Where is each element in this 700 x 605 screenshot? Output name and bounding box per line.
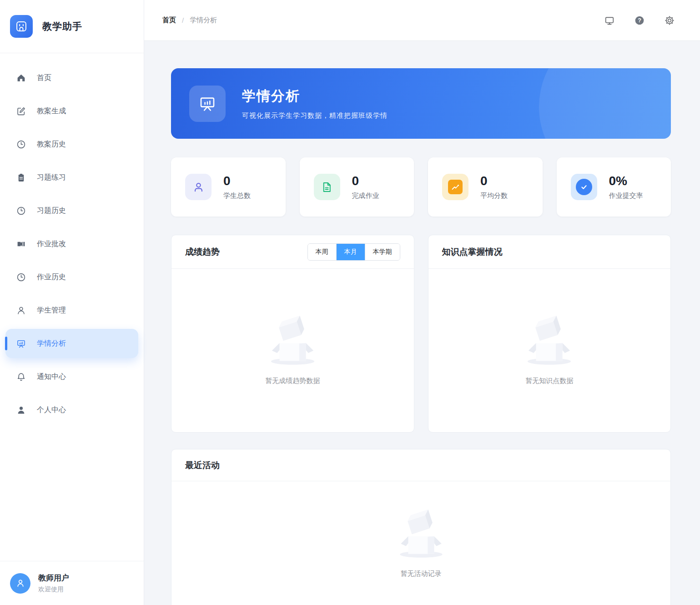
stat-value: 0 — [352, 174, 379, 188]
tab-this-semester[interactable]: 本学期 — [365, 244, 400, 260]
trend-icon — [442, 174, 468, 200]
stat-card-homework-done: 0 完成作业 — [300, 157, 414, 217]
sidebar-item-label: 个人中心 — [37, 405, 66, 415]
presentation-icon — [198, 95, 217, 113]
main-area: 首页 / 学情分析 ? — [144, 0, 700, 605]
clipboard-icon — [16, 173, 26, 182]
sidebar-item-personal-center[interactable]: 个人中心 — [5, 395, 138, 424]
recent-activity-header: 最近活动 — [171, 449, 670, 481]
sidebar-item-label: 作业历史 — [37, 272, 66, 282]
panel-title: 最近活动 — [185, 459, 220, 471]
sidebar: 教学助手 首页 教案生成 教案历史 — [0, 0, 144, 605]
edit-icon — [16, 106, 26, 116]
sidebar-item-exercise-practice[interactable]: 习题练习 — [5, 163, 138, 192]
settings-icon[interactable] — [665, 15, 675, 25]
panel-title: 成绩趋势 — [185, 246, 220, 258]
clock-icon — [16, 206, 26, 216]
sidebar-item-label: 教案历史 — [37, 140, 66, 149]
student-icon — [185, 174, 212, 200]
monitor-icon[interactable] — [604, 15, 614, 25]
svg-text:?: ? — [638, 17, 641, 24]
sidebar-item-homework-history[interactable]: 作业历史 — [5, 262, 138, 292]
sidebar-item-label: 首页 — [37, 73, 51, 83]
stat-card-average-score: 0 平均分数 — [428, 157, 543, 217]
banner-decoration-circle — [539, 68, 671, 139]
breadcrumb-current: 学情分析 — [190, 16, 217, 25]
school-building-icon — [15, 20, 28, 33]
user-name: 教师用户 — [38, 573, 69, 583]
empty-text: 暂无成绩趋势数据 — [265, 377, 320, 385]
sidebar-nav: 首页 教案生成 教案历史 — [0, 53, 144, 561]
knowledge-panel: 知识点掌握情况 暂无知识点数据 — [428, 235, 671, 433]
page-subtitle: 可视化展示学生学习数据，精准把握班级学情 — [242, 111, 388, 120]
grading-icon — [16, 239, 26, 249]
stat-value: 0 — [480, 174, 508, 188]
banner-text: 学情分析 可视化展示学生学习数据，精准把握班级学情 — [242, 87, 388, 120]
knowledge-header: 知识点掌握情况 — [428, 235, 671, 269]
activity-empty-state: 暂无活动记录 — [171, 481, 670, 605]
empty-box-illustration — [393, 509, 449, 560]
stat-card-submit-rate: 0% 作业提交率 — [557, 157, 671, 217]
sidebar-item-label: 学生管理 — [37, 306, 66, 315]
empty-text: 暂无活动记录 — [401, 570, 442, 578]
sidebar-user-card[interactable]: 教师用户 欢迎使用 — [0, 561, 144, 605]
app-title: 教学助手 — [42, 20, 82, 33]
score-trend-empty-state: 暂无成绩趋势数据 — [171, 269, 414, 432]
panel-title: 知识点掌握情况 — [442, 246, 503, 258]
app-logo-row: 教学助手 — [0, 0, 144, 53]
user-icon — [16, 306, 26, 315]
presentation-icon — [16, 339, 26, 348]
trend-range-tabs: 本周 本月 本学期 — [307, 243, 400, 261]
score-trend-header: 成绩趋势 本周 本月 本学期 — [171, 235, 414, 269]
sidebar-item-notification-center[interactable]: 通知中心 — [5, 362, 138, 391]
stat-label: 学生总数 — [223, 192, 251, 200]
bell-icon — [16, 372, 26, 382]
page-title: 学情分析 — [242, 87, 388, 106]
stat-value: 0% — [609, 174, 643, 188]
sidebar-item-lesson-history[interactable]: 教案历史 — [5, 130, 138, 159]
page-content: 学情分析 可视化展示学生学习数据，精准把握班级学情 0 学生总数 — [144, 41, 700, 605]
user-subtitle: 欢迎使用 — [38, 585, 69, 594]
sidebar-item-label: 学情分析 — [37, 339, 66, 348]
stat-card-students: 0 学生总数 — [171, 157, 286, 217]
check-icon — [571, 174, 597, 200]
banner-icon-chip — [189, 86, 226, 122]
chart-panels-row: 成绩趋势 本周 本月 本学期 暂无成绩趋势数据 知识点掌握情况 — [171, 235, 671, 433]
sidebar-item-student-management[interactable]: 学生管理 — [5, 296, 138, 325]
home-icon — [16, 73, 26, 83]
app-logo — [10, 15, 33, 38]
sidebar-item-label: 习题历史 — [37, 206, 66, 216]
sidebar-item-label: 习题练习 — [37, 173, 66, 182]
empty-text: 暂无知识点数据 — [525, 377, 573, 385]
knowledge-empty-state: 暂无知识点数据 — [428, 269, 671, 432]
person-icon — [16, 405, 26, 415]
breadcrumb: 首页 / 学情分析 — [162, 16, 217, 25]
help-icon[interactable]: ? — [635, 15, 645, 25]
clock-icon — [16, 272, 26, 282]
sidebar-item-learning-analysis[interactable]: 学情分析 — [5, 329, 138, 358]
breadcrumb-separator: / — [182, 16, 184, 24]
tab-this-month[interactable]: 本月 — [336, 244, 365, 260]
stat-label: 作业提交率 — [609, 192, 643, 200]
score-trend-panel: 成绩趋势 本周 本月 本学期 暂无成绩趋势数据 — [171, 235, 414, 433]
sidebar-item-homework-grading[interactable]: 作业批改 — [5, 229, 138, 258]
sidebar-item-lesson-generate[interactable]: 教案生成 — [5, 96, 138, 126]
empty-box-illustration — [264, 316, 321, 367]
breadcrumb-home-link[interactable]: 首页 — [162, 16, 176, 25]
page-banner: 学情分析 可视化展示学生学习数据，精准把握班级学情 — [171, 68, 671, 139]
topbar: 首页 / 学情分析 ? — [144, 0, 700, 41]
stat-label: 完成作业 — [352, 192, 379, 200]
sidebar-item-exercise-history[interactable]: 习题历史 — [5, 196, 138, 225]
sidebar-item-label: 作业批改 — [37, 239, 66, 249]
topbar-actions: ? — [604, 15, 675, 25]
sidebar-item-home[interactable]: 首页 — [5, 63, 138, 92]
tab-this-week[interactable]: 本周 — [308, 244, 336, 260]
empty-box-illustration — [521, 316, 578, 367]
stat-cards: 0 学生总数 0 完成作业 — [171, 157, 671, 217]
document-icon — [314, 174, 340, 200]
avatar — [10, 573, 30, 594]
recent-activity-panel: 最近活动 暂无活动记录 — [171, 449, 671, 605]
stat-value: 0 — [223, 174, 251, 188]
person-icon — [15, 578, 25, 588]
clock-icon — [16, 140, 26, 149]
